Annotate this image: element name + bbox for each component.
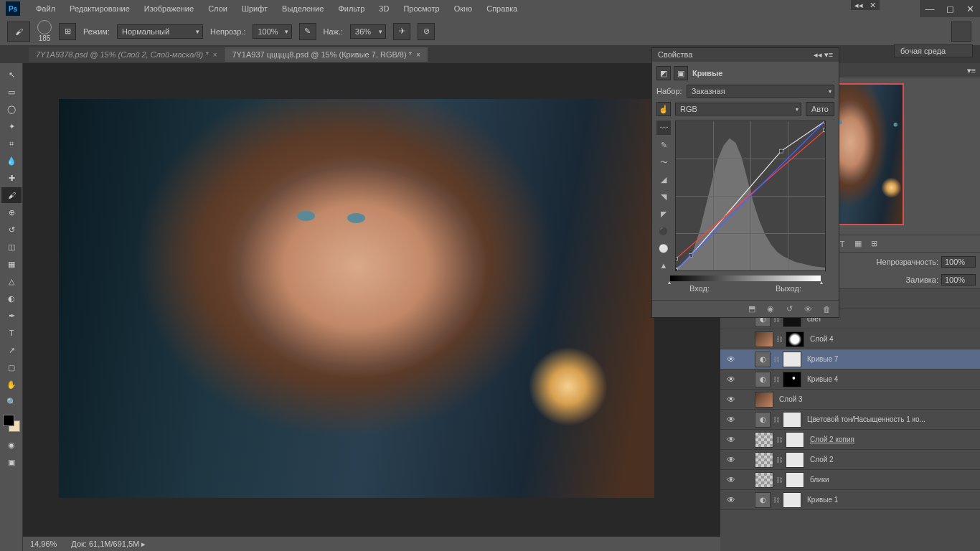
layer-row[interactable]: 👁◐⛓Кривые 7: [720, 349, 980, 369]
menu-edit[interactable]: Редактирование: [62, 1, 137, 16]
layer-row[interactable]: 👁⛓блики: [720, 470, 980, 490]
layer-name-label[interactable]: Слой 3: [779, 395, 803, 403]
layer-visibility-icon[interactable]: 👁: [723, 435, 739, 445]
layers-list[interactable]: 👁◐⛓Кривые 5👁◐⛓свет👁⛓Слой 4👁◐⛓Кривые 7👁◐⛓…: [720, 289, 980, 551]
minimize-button[interactable]: —: [920, 0, 940, 17]
layer-name-label[interactable]: Слой 2 копия: [810, 435, 854, 443]
sample-gray-icon[interactable]: ◥: [656, 189, 671, 204]
zoom-tool-icon[interactable]: 🔍: [1, 394, 22, 410]
menu-window[interactable]: Окно: [447, 1, 480, 16]
menu-file[interactable]: Файл: [29, 1, 62, 16]
path-tool-icon[interactable]: ↗: [1, 342, 22, 358]
curve-edit-icon[interactable]: 〰: [656, 121, 671, 135]
dodge-tool-icon[interactable]: ◐: [1, 291, 22, 306]
previous-state-icon[interactable]: ◉: [764, 303, 777, 316]
layer-name-label[interactable]: Кривые 1: [807, 496, 838, 504]
layer-visibility-icon[interactable]: 👁: [723, 495, 739, 505]
layer-name-label[interactable]: Цветовой тон/Насыщенность 1 ко...: [807, 415, 925, 423]
fill-input[interactable]: 100%: [941, 274, 976, 286]
marquee-tool-icon[interactable]: ▭: [1, 84, 22, 100]
layer-row[interactable]: 👁⛓Слой 2: [720, 450, 980, 470]
preset-dropdown[interactable]: Заказная: [687, 85, 834, 98]
layer-name-label[interactable]: блики: [810, 476, 829, 484]
adjustment-thumb-icon[interactable]: ◐: [755, 352, 771, 367]
mask-link-icon[interactable]: ⛓: [776, 436, 783, 443]
crop-tool-icon[interactable]: ⌗: [1, 136, 22, 151]
layer-visibility-icon[interactable]: 👁: [723, 415, 739, 425]
maximize-button[interactable]: ◻: [940, 0, 960, 17]
mask-link-icon[interactable]: ⛓: [773, 376, 780, 383]
cloud-share-icon[interactable]: [951, 22, 971, 42]
layer-thumb[interactable]: [755, 331, 773, 347]
layer-row[interactable]: 👁◐⛓Цветовой тон/Насыщенность 1 ко...: [720, 410, 980, 430]
channelmix-adj-icon[interactable]: ▦: [852, 238, 864, 250]
eraser-tool-icon[interactable]: ◫: [1, 239, 22, 255]
menu-image[interactable]: Изображение: [137, 1, 201, 16]
curves-graph[interactable]: [675, 121, 826, 271]
layer-thumb[interactable]: [755, 472, 773, 488]
eyedropper-white-icon[interactable]: ⚪: [656, 241, 671, 255]
mask-link-icon[interactable]: ⛓: [776, 476, 783, 484]
adjustment-icon[interactable]: ◩: [656, 66, 671, 80]
mask-link-icon[interactable]: ⛓: [773, 416, 780, 423]
heal-tool-icon[interactable]: ✚: [1, 170, 22, 186]
menu-type[interactable]: Шрифт: [235, 1, 275, 16]
mask-thumb[interactable]: [783, 412, 801, 428]
blend-mode-dropdown[interactable]: Нормальный: [117, 24, 203, 39]
sample-black-icon[interactable]: ◢: [656, 172, 671, 187]
pressure-size-icon[interactable]: ⊘: [418, 23, 435, 40]
layer-name-label[interactable]: Слой 4: [810, 335, 834, 343]
brush-tool-icon[interactable]: 🖌: [1, 187, 22, 203]
layer-row[interactable]: 👁⛓Слой 4: [720, 329, 980, 349]
foreground-color-swatch[interactable]: [3, 415, 14, 426]
reset-icon[interactable]: ↺: [783, 303, 796, 316]
eyedropper-tool-icon[interactable]: 💧: [1, 153, 22, 169]
auto-button[interactable]: Авто: [806, 102, 834, 116]
shape-tool-icon[interactable]: ▢: [1, 359, 22, 375]
layer-thumb[interactable]: [755, 452, 773, 468]
screenmode-icon[interactable]: ▣: [1, 454, 22, 470]
mask-thumb[interactable]: [783, 372, 801, 387]
mask-link-icon[interactable]: ⛓: [776, 456, 783, 463]
airbrush-icon[interactable]: ✈: [393, 23, 410, 40]
document-tab-1[interactable]: 7Y1A9378.psd @ 15% (Слой 2, Слой-маска/8…: [29, 47, 224, 62]
menu-layers[interactable]: Слои: [201, 1, 235, 16]
layer-thumb[interactable]: [755, 432, 773, 448]
menu-select[interactable]: Выделение: [275, 1, 331, 16]
document-tab-2[interactable]: 7Y1A937 ццццц8.psd @ 15% (Кривые 7, RGB/…: [225, 47, 427, 62]
panel-menu-icon[interactable]: ◂◂ ▾≡: [814, 50, 833, 60]
menu-view[interactable]: Просмотр: [396, 1, 446, 16]
layer-row[interactable]: 👁◐⛓Кривые 1: [720, 490, 980, 510]
color-swatches[interactable]: [3, 415, 20, 432]
curve-smooth-icon[interactable]: 〜: [656, 155, 671, 169]
menu-filter[interactable]: Фильтр: [331, 1, 372, 16]
opacity-dropdown[interactable]: 100%: [253, 24, 291, 39]
eyedropper-black-icon[interactable]: ⚫: [656, 224, 671, 238]
pressure-opacity-icon[interactable]: ✎: [299, 23, 316, 40]
mask-thumb[interactable]: [783, 352, 801, 367]
layer-name-label[interactable]: Кривые 4: [807, 375, 838, 383]
canvas-area[interactable]: 14,96% Док: 61,1M/691,5M ▸: [23, 63, 720, 551]
panel-menu-icon[interactable]: ▾≡: [963, 66, 980, 75]
adjustment-thumb-icon[interactable]: ◐: [755, 372, 771, 387]
lasso-tool-icon[interactable]: ◯: [1, 101, 22, 117]
hand-tool-icon[interactable]: ✋: [1, 377, 22, 392]
layer-visibility-icon[interactable]: 👁: [723, 475, 739, 485]
pen-tool-icon[interactable]: ✒: [1, 308, 22, 324]
input-gradient-slider[interactable]: ▴ ▴: [670, 276, 821, 281]
mask-link-icon[interactable]: ⛓: [773, 356, 780, 363]
tab-close-icon[interactable]: ×: [213, 51, 217, 59]
layer-visibility-icon[interactable]: 👁: [723, 375, 739, 385]
layer-row[interactable]: 👁⛓Слой 2 копия: [720, 430, 980, 450]
layer-row[interactable]: 👁Слой 3: [720, 390, 980, 410]
menu-3d[interactable]: 3D: [372, 1, 396, 16]
tab-close-icon[interactable]: ×: [416, 51, 420, 59]
mask-thumb[interactable]: [783, 492, 801, 508]
flow-dropdown[interactable]: 36%: [350, 24, 386, 39]
layer-name-label[interactable]: Кривые 7: [807, 355, 838, 363]
stamp-tool-icon[interactable]: ⊕: [1, 204, 22, 220]
curve-draw-icon[interactable]: ✎: [656, 138, 671, 152]
workspace-dropdown[interactable]: бочая среда: [894, 44, 973, 57]
close-button[interactable]: ✕: [960, 0, 980, 17]
panel-dock-controls[interactable]: ◂◂✕: [851, 0, 880, 10]
